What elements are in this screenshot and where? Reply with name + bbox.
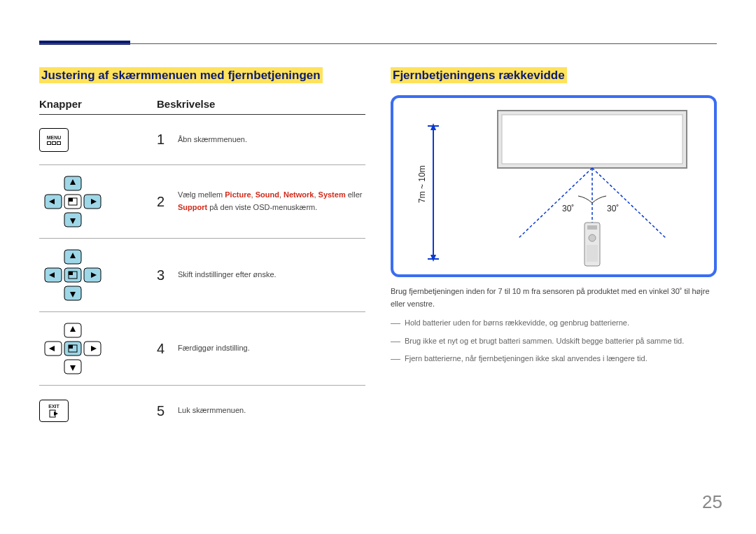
step-number: 2 [157,194,178,210]
angle-right-label: 30˚ [607,204,619,213]
angle-left-label: 30˚ [562,204,574,213]
option-support: Support [178,203,207,211]
svg-marker-34 [54,412,58,416]
step-number: 5 [157,403,178,419]
left-column: Justering af skærmmenuen med fjernbetjen… [39,69,365,436]
content-columns: Justering af skærmmenuen med fjernbetjen… [39,69,717,436]
bullet-item: ―Brug ikke et nyt og et brugt batteri sa… [391,335,717,349]
menu-grid-icon [47,141,61,145]
svg-point-47 [589,234,596,241]
dash-icon: ― [391,333,400,349]
step-desc: Skift indstillinger efter ønske. [178,269,365,281]
bullet-item: ―Fjern batterierne, når fjernbetjeningen… [391,353,717,366]
page: Justering af skærmmenuen med fjernbetjen… [0,0,756,534]
button-cell [39,247,157,303]
table-row: 3 Skift indstillinger efter ønske. [39,239,365,312]
exit-button-icon: EXIT [39,400,69,422]
exit-button-label: EXIT [48,404,59,409]
svg-rect-36 [502,115,682,164]
step-desc: Vælg mellem Picture, Sound, Network, Sys… [178,189,365,213]
bullet-item: ―Hold batterier uden for børns rækkevidd… [391,317,717,330]
right-column: Fjernbetjeningens rækkevidde 7m ~ 10m [391,69,717,436]
exit-glyph-icon [49,409,59,418]
button-cell: EXIT [39,400,157,422]
option-sound: Sound [255,190,279,199]
dpad-enter-icon [39,321,106,377]
table-header: Knapper Beskrivelse [39,98,365,115]
distance-label: 7m ~ 10m [417,165,427,203]
bullet-list: ―Hold batterier uden for børns rækkevidd… [391,317,717,366]
dpad-all-enter-icon [39,247,106,303]
option-system: System [318,190,346,199]
bullet-text: Fjern batterierne, når fjernbetjeningen … [405,353,648,366]
button-cell [39,174,157,230]
col-header-buttons: Knapper [39,98,157,110]
table-row: MENU 1 Åbn skærmmenuen. [39,115,365,165]
buttons-table: Knapper Beskrivelse MENU 1 Åbn skærmmenu… [39,98,365,436]
step-desc: Færdiggør indstilling. [178,342,365,355]
page-number: 25 [702,491,722,513]
table-row: EXIT 5 Luk skærmmenuen. [39,386,365,436]
step-number: 3 [157,267,178,283]
svg-rect-32 [69,345,73,349]
top-rule [39,43,717,44]
option-network: Network [284,190,314,199]
dash-icon: ― [391,351,400,366]
menu-button-icon: MENU [39,128,69,152]
step-desc: Luk skærmmenuen. [178,405,365,417]
bullet-text: Hold batterier uden for børns rækkevidde… [405,317,629,330]
dpad-all-icon [39,174,106,230]
desc-text: Vælg mellem [178,190,225,199]
table-row: 4 Færdiggør indstilling. [39,312,365,386]
svg-rect-10 [69,198,73,202]
range-diagram: 7m ~ 10m 30˚ 30˚ [391,95,717,277]
desc-text: på den viste OSD-menuskærm. [207,203,317,211]
step-desc: Åbn skærmmenuen. [178,134,365,146]
step-number: 4 [157,341,178,357]
option-picture: Picture [225,190,251,199]
svg-line-43 [519,168,592,238]
col-header-desc: Beskrivelse [157,98,365,110]
step-number: 1 [157,132,178,148]
svg-rect-21 [69,272,73,275]
table-row: 2 Vælg mellem Picture, Sound, Network, S… [39,165,365,239]
button-cell: MENU [39,128,157,152]
button-cell [39,321,157,377]
right-heading: Fjernbetjeningens rækkevidde [391,67,567,83]
desc-text: eller [346,190,363,199]
menu-button-label: MENU [47,135,62,140]
range-description: Brug fjernbetjeningen inden for 7 til 10… [391,286,717,310]
left-heading: Justering af skærmmenuen med fjernbetjen… [39,67,323,83]
dash-icon: ― [391,315,400,330]
svg-rect-46 [587,225,597,230]
svg-rect-48 [587,245,598,262]
svg-line-44 [592,168,666,238]
range-diagram-svg: 7m ~ 10m 30˚ 30˚ [393,98,714,274]
bullet-text: Brug ikke et nyt og et brugt batteri sam… [405,335,684,349]
top-accent-bar [39,41,130,45]
